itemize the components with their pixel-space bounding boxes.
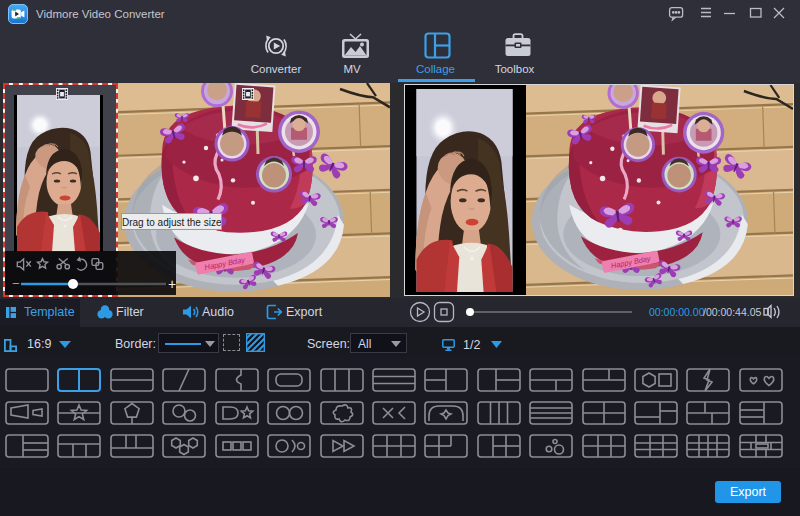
svg-text:00:00:00.00: 00:00:00.00	[649, 306, 705, 318]
svg-text:−: −	[12, 276, 20, 291]
svg-text:+: +	[168, 276, 176, 292]
svg-text:/00:00:44.05: /00:00:44.05	[703, 306, 762, 318]
